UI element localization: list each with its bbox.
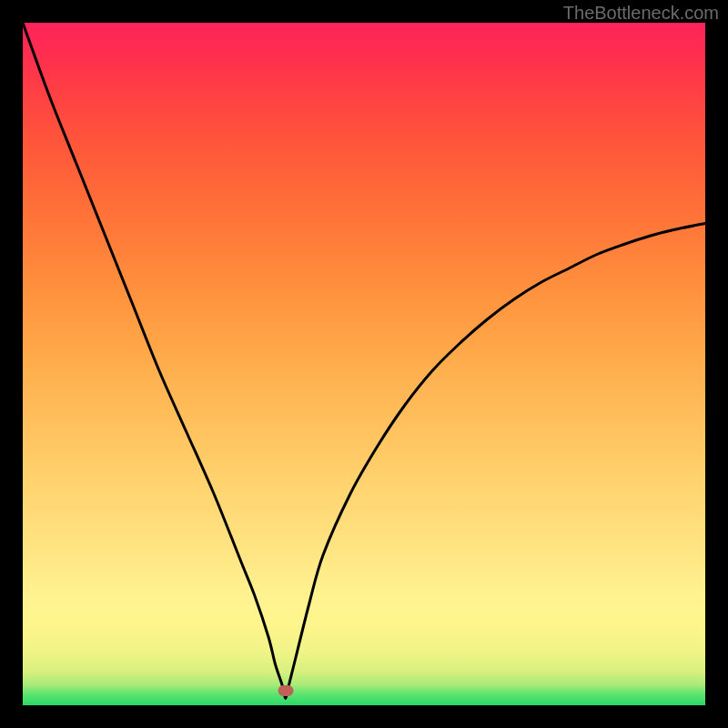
chart-frame: TheBottleneck.com <box>0 0 728 728</box>
chart-plot-area <box>23 23 705 705</box>
attribution-text: TheBottleneck.com <box>563 3 719 24</box>
optimal-point-marker <box>278 685 293 696</box>
bottleneck-curve <box>23 23 705 705</box>
